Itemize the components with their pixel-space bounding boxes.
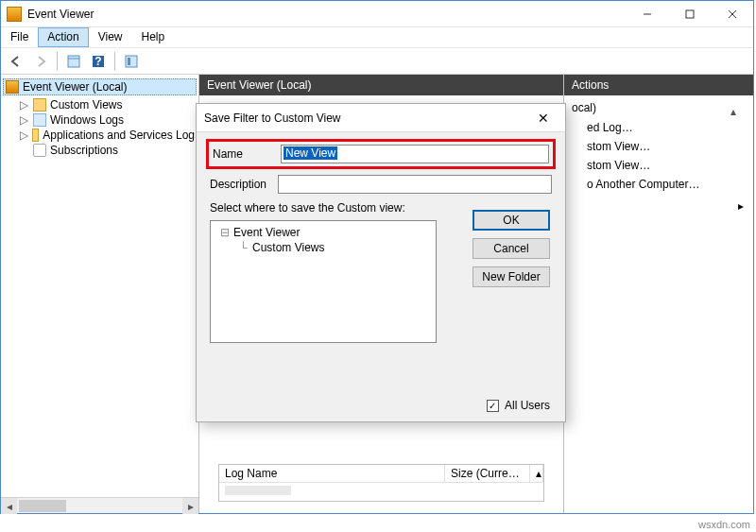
toolbar-separator xyxy=(114,52,115,71)
expand-icon[interactable]: ▷ xyxy=(20,98,29,112)
tree-item-windows-logs[interactable]: ▷Windows Logs xyxy=(3,112,197,128)
minimize-button[interactable] xyxy=(626,1,668,27)
sidebar-scrollbar[interactable]: ◂ ▸ xyxy=(1,497,198,513)
actions-more[interactable]: ▸ xyxy=(564,194,753,218)
actions-panel: Actions ocal)▴ ed Log… stom View… stom V… xyxy=(564,75,753,513)
watermark: wsxdn.com xyxy=(698,519,750,530)
tree-label: Applications and Services Log xyxy=(43,129,195,142)
all-users-label: All Users xyxy=(505,399,550,412)
app-icon xyxy=(7,7,22,22)
log-row[interactable] xyxy=(219,483,543,497)
tree-connector-icon: └ xyxy=(239,241,252,254)
help-button[interactable]: ? xyxy=(87,51,110,72)
tree-label: Custom Views xyxy=(50,98,122,112)
name-input[interactable]: New View xyxy=(281,145,549,163)
actions-subtitle: ocal)▴ xyxy=(564,97,753,118)
folder-icon xyxy=(33,113,46,127)
maximize-button[interactable] xyxy=(668,1,711,27)
location-tree-root[interactable]: ⊟Event Viewer xyxy=(216,225,430,240)
log-row-placeholder xyxy=(225,486,291,495)
event-viewer-icon xyxy=(6,80,19,94)
dialog-buttons: OK Cancel New Folder xyxy=(472,210,550,287)
menu-bar: File Action View Help xyxy=(1,27,753,48)
menu-action[interactable]: Action xyxy=(38,27,88,47)
scroll-left-button[interactable]: ◂ xyxy=(1,498,17,514)
name-row-highlight: Name New View xyxy=(206,139,556,169)
svg-rect-8 xyxy=(126,56,137,67)
dialog-body: Name New View Description Select where t… xyxy=(197,132,565,349)
tree-item-subscriptions[interactable]: Subscriptions xyxy=(3,143,197,158)
nav-tree[interactable]: Event Viewer (Local) ▷Custom Views ▷Wind… xyxy=(1,75,198,497)
dialog-title-bar[interactable]: Save Filter to Custom View ✕ xyxy=(197,104,565,132)
dialog-footer: ✓ All Users xyxy=(487,399,550,412)
scroll-up-icon[interactable]: ▴ xyxy=(530,465,543,482)
tree-label: Windows Logs xyxy=(50,113,124,127)
expand-icon[interactable]: ▷ xyxy=(20,129,28,142)
col-size[interactable]: Size (Curre… xyxy=(445,465,530,482)
properties-button[interactable] xyxy=(62,51,85,72)
center-header: Event Viewer (Local) xyxy=(199,75,563,95)
description-input[interactable] xyxy=(278,175,552,194)
col-log-name[interactable]: Log Name xyxy=(219,465,445,482)
name-input-value: New View xyxy=(284,146,337,160)
toolbar: ? xyxy=(1,48,753,75)
save-filter-dialog: Save Filter to Custom View ✕ Name New Vi… xyxy=(196,103,566,422)
menu-view[interactable]: View xyxy=(89,27,132,47)
dialog-title: Save Filter to Custom View xyxy=(204,112,529,125)
tree-connector-icon: ⊟ xyxy=(220,226,233,239)
location-tree[interactable]: ⊟Event Viewer └Custom Views xyxy=(210,220,437,343)
tree-root-label: Event Viewer (Local) xyxy=(23,80,128,94)
forward-button[interactable] xyxy=(29,51,52,72)
new-folder-button[interactable]: New Folder xyxy=(472,266,550,287)
log-list-header[interactable]: Log Name Size (Curre… ▴ xyxy=(219,465,543,483)
folder-icon xyxy=(33,98,46,112)
actions-list: ocal)▴ ed Log… stom View… stom View… o A… xyxy=(564,95,753,513)
menu-help[interactable]: Help xyxy=(132,27,175,47)
folder-icon xyxy=(32,129,39,142)
toolbar-extra-button[interactable] xyxy=(120,51,143,72)
subscriptions-icon xyxy=(33,144,46,157)
title-bar[interactable]: Event Viewer xyxy=(1,1,753,27)
menu-file[interactable]: File xyxy=(1,27,38,47)
location-tree-child[interactable]: └Custom Views xyxy=(216,240,430,255)
description-label: Description xyxy=(210,178,278,191)
scroll-right-button[interactable]: ▸ xyxy=(182,498,198,514)
sidebar: Event Viewer (Local) ▷Custom Views ▷Wind… xyxy=(1,75,199,513)
actions-header: Actions xyxy=(564,75,753,95)
tree-item-app-services[interactable]: ▷Applications and Services Log xyxy=(3,128,197,143)
action-import-custom-view[interactable]: stom View… xyxy=(564,156,753,175)
close-button[interactable] xyxy=(711,1,753,27)
scroll-thumb[interactable] xyxy=(19,500,66,512)
dialog-close-button[interactable]: ✕ xyxy=(529,104,558,132)
name-label: Name xyxy=(213,147,281,161)
svg-text:?: ? xyxy=(94,55,101,68)
ok-button[interactable]: OK xyxy=(472,210,550,231)
cancel-button[interactable]: Cancel xyxy=(472,238,550,259)
svg-rect-9 xyxy=(128,58,130,65)
tree-root[interactable]: Event Viewer (Local) xyxy=(3,78,197,95)
action-connect-computer[interactable]: o Another Computer… xyxy=(564,175,753,194)
back-button[interactable] xyxy=(5,51,27,72)
svg-rect-4 xyxy=(68,56,79,67)
collapse-icon[interactable]: ▴ xyxy=(721,101,746,122)
tree-label: Subscriptions xyxy=(50,144,118,157)
window-title: Event Viewer xyxy=(27,8,626,21)
expand-icon[interactable]: ▷ xyxy=(20,113,29,127)
svg-rect-1 xyxy=(686,10,694,18)
all-users-checkbox[interactable]: ✓ xyxy=(487,400,499,412)
toolbar-separator xyxy=(57,52,58,71)
log-list[interactable]: Log Name Size (Curre… ▴ xyxy=(218,464,544,502)
action-create-custom-view[interactable]: stom View… xyxy=(564,137,753,156)
action-open-saved-log[interactable]: ed Log… xyxy=(564,118,721,137)
tree-item-custom-views[interactable]: ▷Custom Views xyxy=(3,97,197,112)
window-controls xyxy=(626,1,753,27)
